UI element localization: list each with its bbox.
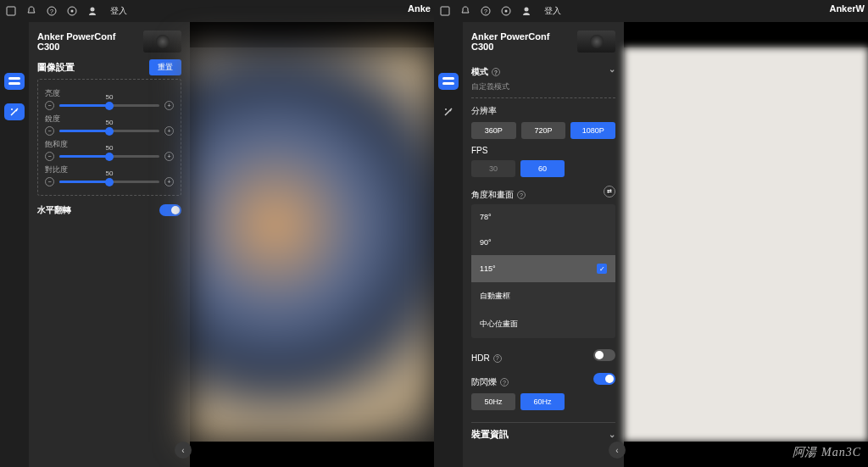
- decrease-button[interactable]: −: [45, 177, 54, 186]
- fps-options: 3060: [471, 160, 565, 177]
- target-icon[interactable]: [500, 5, 512, 17]
- user-icon[interactable]: [86, 5, 98, 17]
- brand-right: AnkerW: [829, 3, 865, 14]
- collapse-panel-button[interactable]: ‹: [175, 442, 192, 459]
- option-pill[interactable]: 50Hz: [471, 393, 515, 410]
- increase-button[interactable]: +: [164, 126, 174, 136]
- angle-option[interactable]: 78°: [471, 204, 615, 230]
- target-icon[interactable]: [66, 5, 78, 17]
- option-pill[interactable]: 1080P: [570, 122, 615, 139]
- left-rail-r: [434, 22, 463, 467]
- help-icon[interactable]: ?: [500, 378, 509, 386]
- increase-button[interactable]: +: [164, 152, 174, 161]
- decrease-button[interactable]: −: [45, 126, 54, 136]
- login-link[interactable]: 登入: [110, 5, 127, 17]
- svg-point-13: [505, 10, 508, 13]
- slider-track[interactable]: 50: [59, 127, 159, 136]
- device-image: [143, 31, 181, 53]
- slider-track[interactable]: 50: [59, 102, 159, 110]
- reset-button[interactable]: 重置: [149, 59, 181, 75]
- mirror-icon[interactable]: ⇄: [604, 186, 615, 197]
- svg-rect-7: [8, 82, 20, 85]
- slider-track[interactable]: 50: [59, 153, 159, 161]
- bell-icon[interactable]: [459, 5, 471, 17]
- option-pill[interactable]: 360P: [471, 122, 516, 139]
- svg-rect-16: [442, 82, 454, 85]
- preview-left: [190, 22, 434, 467]
- angle-option[interactable]: 90°: [471, 230, 615, 255]
- device-info-header[interactable]: 裝置資訊: [471, 428, 509, 441]
- collapse-panel-button[interactable]: ‹: [609, 442, 626, 459]
- rail-adjust-icon[interactable]: [4, 73, 25, 90]
- svg-rect-6: [8, 77, 20, 80]
- device-name: Anker PowerConf C300: [37, 31, 138, 52]
- help-icon[interactable]: ?: [493, 354, 502, 363]
- svg-point-8: [11, 108, 13, 110]
- option-pill[interactable]: 60Hz: [520, 393, 565, 410]
- settings-panel-left: Anker PowerConf C300 圖像設置 重置 亮度 − 50 + 銳…: [29, 22, 190, 467]
- window-icon[interactable]: [439, 5, 451, 17]
- watermark: 阿湯Man3C: [793, 445, 861, 460]
- titlebar: ? 登入 Anke: [0, 0, 434, 22]
- option-pill[interactable]: 60: [520, 160, 565, 177]
- svg-rect-9: [441, 7, 449, 15]
- section-image-settings: 圖像設置: [37, 61, 75, 74]
- flicker-label: 防閃爍: [471, 376, 497, 388]
- flip-toggle[interactable]: [159, 204, 181, 216]
- device-name: Anker PowerConf C300: [471, 31, 572, 52]
- device-image: [577, 31, 615, 53]
- brand-left: Anke: [408, 3, 431, 14]
- rail-adjust-icon[interactable]: [438, 73, 459, 90]
- slider-track[interactable]: 50: [59, 178, 159, 186]
- svg-point-17: [445, 108, 447, 110]
- fps-label: FPS: [471, 146, 487, 155]
- angle-option[interactable]: 中心位畫面: [471, 310, 615, 338]
- settings-panel-right: Anker PowerConf C300 模式 ? ⌄ 自定義模式 分辨率 36…: [463, 22, 624, 467]
- increase-button[interactable]: +: [164, 177, 174, 186]
- slider-group: 亮度 − 50 + 銳度 − 50 + 飽和度 − 50: [37, 79, 181, 196]
- slider-row: − 50 +: [45, 177, 174, 186]
- hz-options: 50Hz60Hz: [471, 393, 565, 410]
- flicker-toggle[interactable]: [593, 373, 615, 385]
- angle-option[interactable]: 115°✓: [471, 255, 615, 282]
- titlebar-r: ? 登入 AnkerW: [434, 0, 868, 22]
- svg-point-4: [71, 10, 74, 13]
- chevron-down-icon[interactable]: ⌄: [609, 64, 615, 74]
- slider-row: − 50 +: [45, 101, 174, 110]
- window-icon[interactable]: [5, 5, 17, 17]
- help-icon[interactable]: ?: [492, 68, 500, 76]
- svg-rect-0: [7, 7, 15, 15]
- chevron-down-icon[interactable]: ⌄: [609, 430, 615, 439]
- resolution-label: 分辨率: [471, 105, 497, 117]
- preview-right: [624, 22, 868, 467]
- mode-header[interactable]: 模式: [471, 66, 488, 78]
- bell-icon[interactable]: [25, 5, 37, 17]
- rail-magic-icon[interactable]: [4, 103, 25, 120]
- hdr-label: HDR: [471, 353, 490, 363]
- increase-button[interactable]: +: [164, 101, 174, 110]
- angle-option[interactable]: 自動畫框: [471, 282, 615, 310]
- option-pill[interactable]: 720P: [521, 122, 566, 139]
- decrease-button[interactable]: −: [45, 152, 54, 161]
- resolution-options: 360P720P1080P: [471, 122, 615, 139]
- decrease-button[interactable]: −: [45, 101, 54, 110]
- mode-sub: 自定義模式: [471, 81, 615, 92]
- help-icon[interactable]: ?: [480, 5, 492, 17]
- login-link[interactable]: 登入: [544, 5, 561, 17]
- hdr-toggle[interactable]: [593, 349, 615, 361]
- help-icon[interactable]: ?: [46, 5, 58, 17]
- slider-row: − 50 +: [45, 152, 174, 161]
- slider-row: − 50 +: [45, 126, 174, 136]
- user-icon[interactable]: [520, 5, 532, 17]
- flip-label: 水平翻轉: [37, 204, 71, 216]
- svg-text:?: ?: [50, 8, 53, 14]
- svg-point-14: [525, 8, 529, 12]
- svg-rect-15: [442, 77, 454, 80]
- right-app: ? 登入 AnkerW Anker PowerConf C300 模式 ? ⌄ …: [434, 0, 868, 467]
- angle-label: 角度和畫面: [471, 189, 514, 201]
- help-icon[interactable]: ?: [517, 191, 526, 199]
- rail-magic-icon[interactable]: [438, 103, 459, 120]
- angle-option-list: 78°90°115°✓自動畫框中心位畫面: [471, 204, 615, 338]
- option-pill[interactable]: 30: [471, 160, 515, 177]
- svg-point-5: [91, 8, 95, 12]
